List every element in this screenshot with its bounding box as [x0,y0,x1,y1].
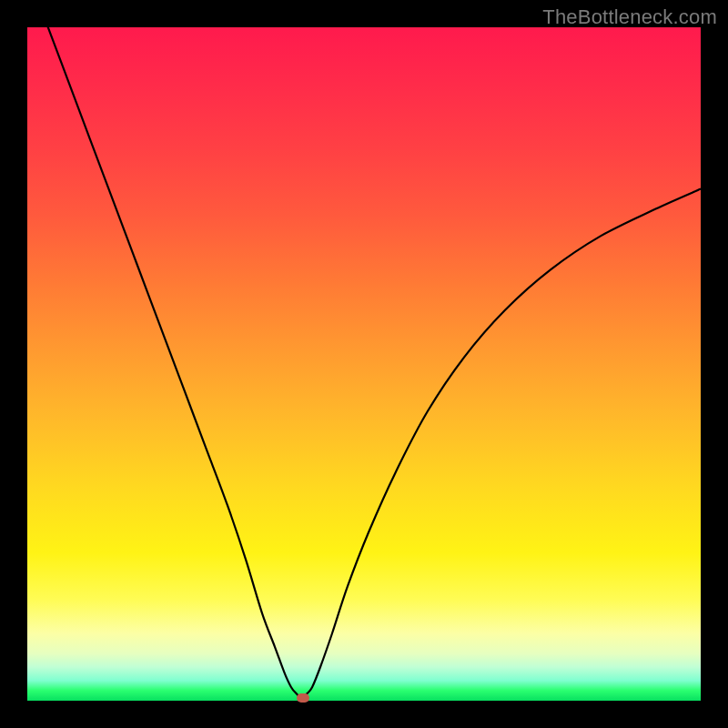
optimum-marker [297,693,309,703]
bottleneck-curve [27,27,701,701]
watermark-text: TheBottleneck.com [542,5,717,29]
plot-area [27,27,701,701]
curve-line [27,0,701,698]
